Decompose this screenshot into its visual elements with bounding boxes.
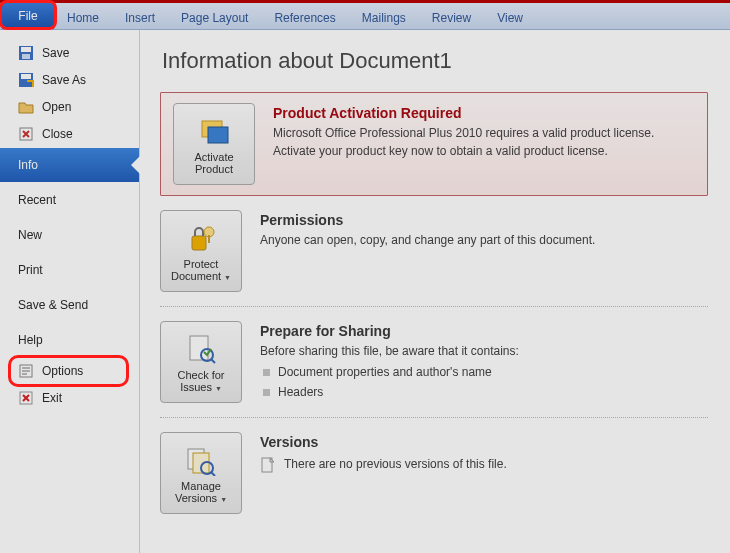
manage-versions-label: Manage Versions	[175, 480, 221, 504]
svg-rect-2	[22, 54, 30, 59]
versions-heading: Versions	[260, 432, 708, 452]
svg-rect-10	[192, 236, 206, 250]
svg-rect-1	[21, 47, 31, 52]
nav-print[interactable]: Print	[0, 253, 139, 287]
dropdown-icon: ▼	[220, 496, 227, 503]
nav-save-as-label: Save As	[42, 73, 86, 87]
svg-rect-4	[21, 74, 31, 79]
save-icon	[18, 45, 34, 61]
nav-info-label: Info	[18, 158, 38, 172]
section-versions: Manage Versions▼ Versions There are no p…	[160, 417, 708, 528]
sharing-intro: Before sharing this file, be aware that …	[260, 343, 708, 360]
sharing-item: Headers	[260, 384, 708, 401]
nav-new-label: New	[18, 228, 42, 242]
sharing-item: Document properties and author's name	[260, 364, 708, 381]
nav-close[interactable]: Close	[0, 121, 139, 147]
inspect-icon	[185, 333, 217, 365]
nav-options[interactable]: Options	[0, 358, 139, 384]
tab-view[interactable]: View	[484, 7, 536, 29]
nav-save-send[interactable]: Save & Send	[0, 288, 139, 322]
nav-save[interactable]: Save	[0, 40, 139, 66]
nav-options-label: Options	[42, 364, 83, 378]
exit-icon	[18, 390, 34, 406]
nav-print-label: Print	[18, 263, 43, 277]
nav-info[interactable]: Info	[0, 148, 139, 182]
activate-icon	[198, 115, 230, 147]
nav-recent-label: Recent	[18, 193, 56, 207]
check-for-issues-button[interactable]: Check for Issues▼	[160, 321, 242, 403]
versions-body: There are no previous versions of this f…	[284, 456, 507, 473]
nav-new[interactable]: New	[0, 218, 139, 252]
tab-page-layout[interactable]: Page Layout	[168, 7, 261, 29]
tab-review[interactable]: Review	[419, 7, 484, 29]
svg-rect-9	[208, 127, 228, 143]
tab-insert[interactable]: Insert	[112, 7, 168, 29]
open-icon	[18, 99, 34, 115]
permissions-heading: Permissions	[260, 210, 708, 230]
info-panel: Information about Document1 Activate Pro…	[140, 30, 730, 553]
nav-help[interactable]: Help	[0, 323, 139, 357]
protect-document-button[interactable]: Protect Document▼	[160, 210, 242, 292]
activation-heading: Product Activation Required	[273, 103, 695, 123]
svg-rect-12	[208, 235, 210, 243]
permissions-body: Anyone can open, copy, and change any pa…	[260, 232, 708, 249]
backstage-nav: Save Save As Open Close Info Recent New …	[0, 30, 140, 553]
section-sharing: Check for Issues▼ Prepare for Sharing Be…	[160, 306, 708, 417]
save-as-icon	[18, 72, 34, 88]
nav-save-send-label: Save & Send	[18, 298, 88, 312]
svg-rect-13	[190, 336, 208, 360]
tab-references[interactable]: References	[261, 7, 348, 29]
nav-close-label: Close	[42, 127, 73, 141]
tab-file[interactable]: File	[2, 3, 54, 29]
nav-open-label: Open	[42, 100, 71, 114]
section-permissions: Protect Document▼ Permissions Anyone can…	[160, 210, 708, 306]
versions-icon	[185, 444, 217, 476]
manage-versions-button[interactable]: Manage Versions▼	[160, 432, 242, 514]
sharing-heading: Prepare for Sharing	[260, 321, 708, 341]
nav-save-as[interactable]: Save As	[0, 67, 139, 93]
tab-home[interactable]: Home	[54, 7, 112, 29]
nav-exit[interactable]: Exit	[0, 385, 139, 411]
close-icon	[18, 126, 34, 142]
section-activation: Activate Product Product Activation Requ…	[160, 92, 708, 196]
nav-open[interactable]: Open	[0, 94, 139, 120]
tab-mailings[interactable]: Mailings	[349, 7, 419, 29]
activate-product-label: Activate Product	[176, 151, 252, 175]
tab-file-label: File	[18, 9, 37, 23]
protect-document-label: Protect Document	[171, 258, 221, 282]
lock-icon	[185, 222, 217, 254]
nav-save-label: Save	[42, 46, 69, 60]
ribbon-tabs: File Home Insert Page Layout References …	[0, 3, 730, 30]
activate-product-button[interactable]: Activate Product	[173, 103, 255, 185]
dropdown-icon: ▼	[224, 274, 231, 281]
options-icon	[18, 363, 34, 379]
nav-recent[interactable]: Recent	[0, 183, 139, 217]
dropdown-icon: ▼	[215, 385, 222, 392]
activation-body: Microsoft Office Professional Plus 2010 …	[273, 125, 695, 160]
document-icon	[260, 457, 276, 473]
nav-exit-label: Exit	[42, 391, 62, 405]
nav-help-label: Help	[18, 333, 43, 347]
page-title: Information about Document1	[162, 48, 708, 74]
